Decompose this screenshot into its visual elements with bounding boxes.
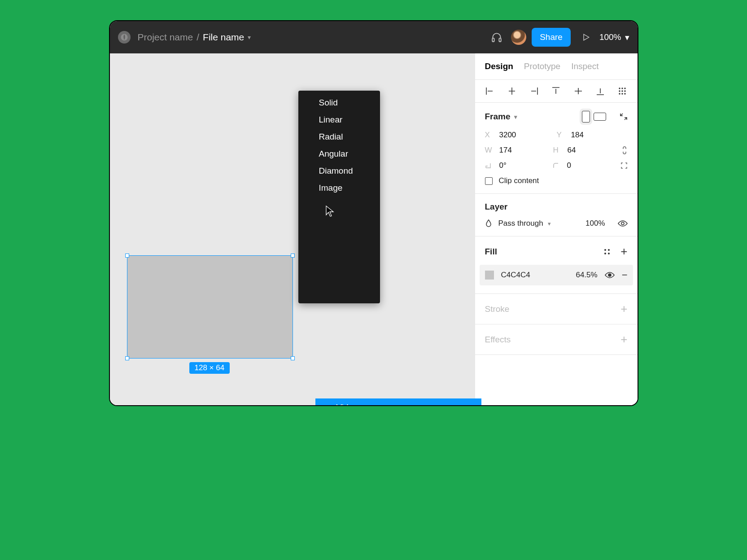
svg-point-21 [619,93,620,94]
frame-section: Frame▾ X3200 Y184 W174 H64 0° 0 [475,103,638,194]
properties-panel: Design Prototype Inspect Frame▾ [475,53,638,405]
canvas[interactable]: 128 × 64 [110,53,475,405]
chevron-down-icon: ▾ [625,32,629,43]
play-icon[interactable] [577,28,595,46]
svg-point-22 [622,93,623,94]
distribute-icon[interactable] [617,86,627,96]
fill-swatch[interactable] [485,271,494,280]
effects-section[interactable]: Effects + [475,324,638,355]
link-constrain-icon[interactable] [621,146,628,155]
svg-point-16 [622,88,623,89]
share-button[interactable]: Share [532,28,571,47]
zoom-control[interactable]: 100% ▾ [599,32,629,43]
svg-point-25 [604,249,606,251]
align-hcenter-icon[interactable] [507,86,517,96]
resize-handle[interactable] [291,254,295,258]
orientation-landscape-button[interactable] [594,113,606,121]
corner-radius-icon [553,162,561,169]
opacity-field[interactable]: 100% [585,219,605,228]
y-field[interactable]: 184 [571,131,584,140]
svg-point-20 [625,90,626,92]
add-effect-button[interactable]: + [620,332,627,346]
chevron-down-icon[interactable]: ▾ [248,34,251,41]
align-bottom-icon[interactable] [595,86,605,96]
resize-to-fit-icon[interactable] [620,113,628,121]
app-logo-icon[interactable] [118,31,131,44]
fill-library-icon[interactable] [603,248,611,255]
x-field[interactable]: 3200 [499,131,516,140]
remove-fill-button[interactable]: − [622,269,628,281]
fill-type-option-solid[interactable]: Solid [298,94,380,111]
clip-content-label: Clip content [499,176,539,185]
w-field[interactable]: 174 [499,146,512,155]
align-controls [475,80,638,103]
fill-section: Fill + C4C4C4 64.5% − ✕ [475,236,638,294]
selected-frame[interactable] [127,255,293,359]
independent-corners-icon[interactable] [620,162,628,169]
resize-handle[interactable] [125,356,129,360]
svg-point-15 [619,88,620,89]
fill-opacity[interactable]: 64.5% [576,271,597,280]
breadcrumb-project[interactable]: Project name [138,32,193,43]
svg-point-29 [608,274,611,276]
fill-type-option-linear[interactable]: Linear [298,111,380,128]
fill-type-option-angular[interactable]: Angular [298,145,380,162]
radius-field[interactable]: 0 [567,161,571,170]
align-right-icon[interactable] [529,86,539,96]
rotate-icon [485,162,493,169]
orientation-portrait-button[interactable] [582,111,590,122]
visibility-icon[interactable] [605,271,615,279]
fill-row[interactable]: C4C4C4 64.5% − [480,265,633,285]
breadcrumb-file[interactable]: File name [203,32,244,43]
resize-handle[interactable] [125,254,129,258]
svg-rect-2 [499,38,501,42]
breadcrumb[interactable]: Project name / File name ▾ [138,32,251,43]
tab-design[interactable]: Design [485,61,513,71]
chevron-down-icon[interactable]: ▾ [514,114,517,120]
clip-content-checkbox[interactable] [485,177,493,185]
headphones-icon[interactable] [488,28,506,46]
fill-type-option-radial[interactable]: Radial [298,128,380,145]
layer-section: Layer Pass through▾ 100% [475,194,638,236]
frame-label[interactable]: Frame [485,112,511,122]
check-icon: ✓ [322,403,329,406]
app-window: Project name / File name ▾ Share 100% ▾ … [109,20,638,406]
resize-handle[interactable] [291,356,295,360]
fill-type-option-image[interactable]: Image [298,179,380,197]
svg-point-26 [608,249,610,251]
align-top-icon[interactable] [551,86,561,96]
svg-point-23 [625,93,626,94]
svg-point-27 [604,253,606,254]
add-fill-button[interactable]: + [620,245,627,258]
align-left-icon[interactable] [485,86,495,96]
blend-mode-select[interactable]: Pass through▾ [498,219,580,228]
fill-type-option-video[interactable]: Video✓ [315,398,481,406]
fill-type-dropdown: SolidLinearRadialAngularDiamondImageVide… [298,91,380,303]
svg-point-19 [622,90,623,92]
toolbar: Project name / File name ▾ Share 100% ▾ [110,21,638,53]
cursor-icon [325,205,334,217]
svg-point-18 [619,90,620,92]
selection-size-label: 128 × 64 [189,362,230,374]
rotation-field[interactable]: 0° [499,161,507,170]
visibility-icon[interactable] [618,220,628,227]
fill-hex[interactable]: C4C4C4 [501,271,530,280]
h-field[interactable]: 64 [568,146,576,155]
svg-rect-1 [492,38,494,42]
align-vcenter-icon[interactable] [573,86,583,96]
fill-type-option-diamond[interactable]: Diamond [298,162,380,179]
tab-inspect[interactable]: Inspect [571,61,598,71]
stroke-section[interactable]: Stroke + [475,294,638,324]
blend-drop-icon[interactable] [485,219,492,228]
svg-point-24 [621,222,624,225]
svg-point-17 [625,88,626,89]
add-stroke-button[interactable]: + [620,302,627,316]
avatar[interactable] [511,30,526,45]
tab-prototype[interactable]: Prototype [524,61,560,71]
svg-point-28 [608,253,610,254]
